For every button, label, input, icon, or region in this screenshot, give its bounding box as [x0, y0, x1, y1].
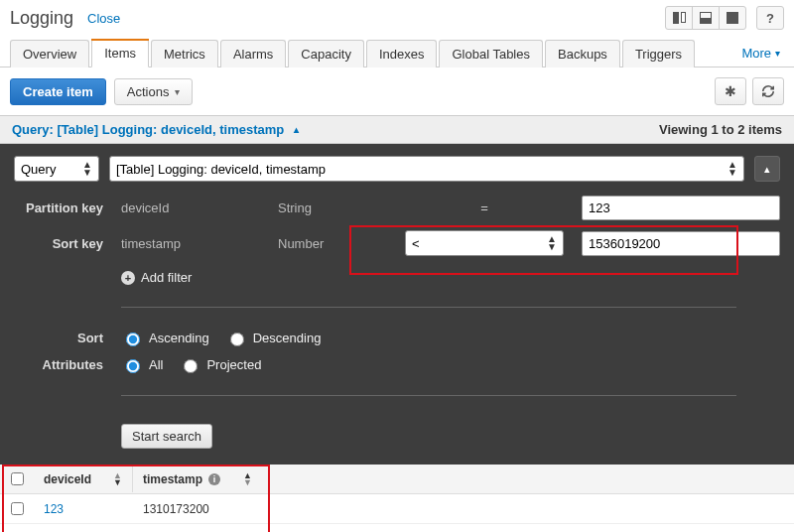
attr-all-radio[interactable]: All [121, 356, 163, 373]
attributes-label: Attributes [14, 357, 103, 372]
create-item-button[interactable]: Create item [10, 78, 106, 105]
table-index-value: [Table] Logging: deviceId, timestamp [116, 162, 326, 177]
tab-indexes[interactable]: Indexes [366, 40, 438, 67]
actions-button[interactable]: Actions ▾ [114, 78, 194, 105]
query-mode-value: Query [21, 162, 56, 177]
page-title: Logging [10, 8, 73, 29]
partition-key-name: deviceId [121, 200, 260, 215]
split-left-icon [673, 12, 686, 24]
viewing-count: Viewing 1 to 2 items [659, 122, 782, 137]
results-area: deviceId ▲▼ timestamp i ▲▼ 123 131017320… [0, 465, 794, 532]
results-header: deviceId ▲▼ timestamp i ▲▼ [0, 465, 794, 494]
tab-items[interactable]: Items [91, 39, 149, 67]
view-split-bottom-button[interactable] [692, 6, 720, 30]
chevron-down-icon: ▾ [175, 86, 180, 97]
tab-overview[interactable]: Overview [10, 40, 89, 67]
plus-icon: + [121, 271, 135, 285]
tabs-more-label: More [741, 46, 771, 61]
help-button[interactable]: ? [756, 6, 784, 30]
sort-indicator-icon: ▲▼ [243, 472, 252, 486]
attr-all-label: All [149, 357, 163, 372]
sort-key-op-select[interactable]: < ▲▼ [405, 230, 564, 256]
chevron-up-icon: ▴ [764, 163, 770, 176]
col-timestamp-header[interactable]: timestamp i ▲▼ [133, 466, 262, 492]
table-row: 123 1535544000 [0, 524, 794, 532]
table-row: 123 1310173200 [0, 494, 794, 524]
start-search-button[interactable]: Start search [121, 424, 212, 449]
sort-order-label: Sort [14, 331, 103, 345]
query-summary-bar[interactable]: Query: [Table] Logging: deviceId, timest… [0, 115, 794, 144]
refresh-button[interactable] [752, 77, 784, 105]
tab-capacity[interactable]: Capacity [288, 40, 364, 67]
sort-key-op-value: < [412, 236, 420, 251]
row-checkbox[interactable] [11, 502, 24, 515]
help-icon: ? [766, 11, 774, 26]
col-timestamp-label: timestamp [143, 472, 202, 486]
deviceid-link[interactable]: 123 [44, 502, 64, 516]
tab-global-tables[interactable]: Global Tables [439, 40, 543, 67]
tabs-row: Overview Items Metrics Alarms Capacity I… [0, 32, 794, 67]
info-icon: i [208, 473, 220, 485]
query-summary-text: Query: [Table] Logging: deviceId, timest… [12, 122, 284, 137]
updown-icon: ▲▼ [547, 235, 557, 251]
tabs-more[interactable]: More ▾ [737, 40, 784, 66]
full-icon [727, 12, 738, 24]
items-toolbar: Create item Actions ▾ ✱ [0, 67, 794, 115]
tab-backups[interactable]: Backups [545, 40, 620, 67]
attr-projected-label: Projected [206, 357, 261, 372]
sort-desc-radio[interactable]: Descending [225, 330, 322, 346]
partition-key-op: = [405, 200, 564, 215]
updown-icon: ▲▼ [82, 161, 92, 177]
sort-asc-radio[interactable]: Ascending [121, 330, 209, 346]
split-bottom-icon [700, 12, 712, 24]
sort-key-type: Number [278, 236, 387, 251]
close-link[interactable]: Close [87, 11, 120, 26]
collapse-panel-button[interactable]: ▴ [754, 156, 780, 182]
select-all-checkbox[interactable] [11, 472, 24, 485]
view-full-button[interactable] [719, 6, 746, 30]
sort-desc-label: Descending [253, 331, 322, 345]
updown-icon: ▲▼ [728, 161, 737, 177]
view-split-left-button[interactable] [665, 6, 693, 30]
chevron-down-icon: ▾ [775, 48, 780, 59]
settings-button[interactable]: ✱ [715, 77, 746, 105]
attr-projected-radio[interactable]: Projected [179, 356, 261, 373]
sort-key-value-input[interactable] [582, 231, 780, 256]
sort-key-label: Sort key [14, 236, 103, 251]
tab-triggers[interactable]: Triggers [622, 40, 695, 67]
tab-metrics[interactable]: Metrics [151, 40, 218, 67]
query-panel: Query ▲▼ [Table] Logging: deviceId, time… [0, 144, 794, 465]
partition-key-value-input[interactable] [582, 196, 780, 220]
chevron-up-icon: ▴ [294, 124, 299, 135]
col-deviceid-header[interactable]: deviceId ▲▼ [34, 466, 133, 492]
actions-label: Actions [127, 84, 170, 99]
add-filter-label: Add filter [141, 270, 192, 285]
partition-key-type: String [278, 200, 387, 215]
add-filter-button[interactable]: + Add filter [121, 266, 780, 285]
sort-asc-label: Ascending [149, 331, 209, 345]
timestamp-cell: 1535544000 [133, 526, 262, 533]
col-deviceid-label: deviceId [44, 472, 91, 486]
tab-alarms[interactable]: Alarms [220, 40, 286, 67]
partition-key-label: Partition key [14, 200, 103, 215]
refresh-icon [761, 84, 775, 98]
sort-indicator-icon: ▲▼ [113, 472, 122, 486]
table-index-select[interactable]: [Table] Logging: deviceId, timestamp ▲▼ [109, 156, 744, 182]
query-mode-select[interactable]: Query ▲▼ [14, 156, 99, 182]
gear-icon: ✱ [725, 83, 736, 99]
timestamp-cell: 1310173200 [133, 496, 262, 522]
sort-key-name: timestamp [121, 236, 260, 251]
page-header: Logging Close ? [0, 0, 794, 32]
